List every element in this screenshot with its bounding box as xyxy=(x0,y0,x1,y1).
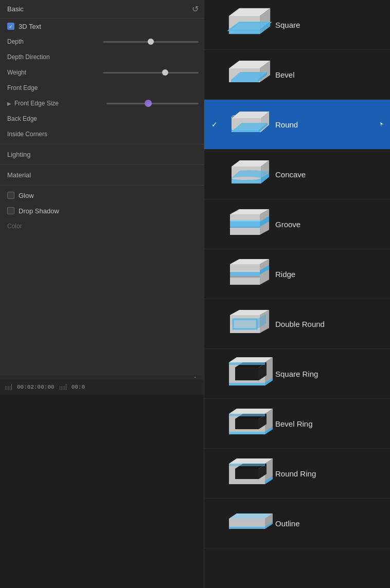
depth-thumb[interactable] xyxy=(148,39,154,45)
color-row: Color xyxy=(0,218,206,234)
inside-corners-label: Inside Corners xyxy=(7,131,199,138)
weight-track xyxy=(103,72,199,74)
double-round-preview-icon xyxy=(224,305,275,343)
outline-preview-icon xyxy=(224,504,275,543)
weight-label: Weight xyxy=(7,69,103,76)
svg-rect-40 xyxy=(233,319,257,329)
svg-marker-53 xyxy=(229,409,273,414)
menu-item-square-ring-label: Square Ring xyxy=(275,370,318,378)
menu-item-ridge[interactable]: Ridge xyxy=(204,249,390,299)
svg-rect-25 xyxy=(230,222,260,227)
divider-3 xyxy=(0,185,206,186)
menu-item-double-round-label: Double Round xyxy=(275,320,325,328)
svg-rect-48 xyxy=(229,383,265,385)
groove-preview-icon xyxy=(224,205,275,244)
bevel-preview-icon xyxy=(224,56,275,94)
tick-marks-right xyxy=(60,384,66,390)
glow-label: Glow xyxy=(19,192,34,199)
round-ring-preview-icon xyxy=(224,454,275,493)
round-preview-icon xyxy=(224,105,275,144)
inside-corners-row: Inside Corners xyxy=(0,126,206,142)
front-edge-label: Front Edge xyxy=(7,84,199,91)
back-edge-label: Back Edge xyxy=(7,115,199,122)
glow-row: Glow xyxy=(0,188,206,203)
cursor-icon xyxy=(379,121,385,127)
menu-item-groove[interactable]: Groove xyxy=(204,199,390,249)
menu-item-outline[interactable]: Outline xyxy=(204,499,390,548)
tick xyxy=(64,386,65,390)
timeline-time-1: 00:02:00:00 xyxy=(17,384,55,390)
menu-item-round[interactable]: ✓ Round xyxy=(204,100,390,150)
menu-item-square[interactable]: Square xyxy=(204,0,390,50)
svg-marker-54 xyxy=(235,419,259,429)
depth-row: Depth xyxy=(0,34,206,49)
weight-thumb[interactable] xyxy=(162,69,168,76)
lighting-section-label: Lighting xyxy=(0,146,206,162)
depth-slider-container xyxy=(103,41,199,43)
glow-checkbox[interactable] xyxy=(7,192,14,199)
ridge-preview-icon xyxy=(224,255,275,293)
resize-handle-icon: ⬝ xyxy=(193,373,197,381)
menu-item-square-label: Square xyxy=(275,21,300,29)
tick-marks-left xyxy=(5,384,12,390)
svg-rect-50 xyxy=(229,362,265,365)
3d-text-checkbox[interactable] xyxy=(7,23,14,30)
tick xyxy=(5,386,6,390)
front-edge-size-row: ▶ Front Edge Size xyxy=(0,96,206,111)
svg-marker-66 xyxy=(229,527,265,529)
bevel-ring-preview-icon xyxy=(224,405,275,443)
menu-item-outline-label: Outline xyxy=(275,519,300,528)
drop-shadow-label: Drop Shadow xyxy=(19,207,59,215)
menu-item-round-label: Round xyxy=(275,120,298,129)
panel-header: Basic ↺ xyxy=(0,0,206,19)
tick xyxy=(63,386,63,390)
menu-item-bevel-ring-label: Bevel Ring xyxy=(275,419,313,428)
svg-rect-28 xyxy=(230,227,260,228)
menu-item-concave[interactable]: Concave xyxy=(204,150,390,199)
tick xyxy=(10,386,10,390)
menu-item-round-ring-label: Round Ring xyxy=(275,469,316,478)
svg-rect-32 xyxy=(230,270,260,272)
material-section-label: Material xyxy=(0,167,206,183)
depth-label: Depth xyxy=(7,38,103,45)
concave-preview-icon xyxy=(224,155,275,194)
front-edge-size-track xyxy=(107,103,199,104)
menu-item-double-round[interactable]: Double Round xyxy=(204,299,390,349)
tick xyxy=(66,384,66,390)
depth-track xyxy=(103,41,199,43)
weight-row: Weight xyxy=(0,65,206,80)
depth-direction-row: Depth Direction xyxy=(0,49,206,65)
back-edge-row: Back Edge xyxy=(0,111,206,126)
menu-item-concave-label: Concave xyxy=(275,170,306,179)
properties-panel: Basic ↺ 3D Text Depth Depth Direction We… xyxy=(0,0,206,375)
square-ring-preview-icon xyxy=(224,355,275,393)
tick xyxy=(60,386,60,390)
weight-slider-container xyxy=(103,72,199,74)
depth-direction-label: Depth Direction xyxy=(7,53,199,61)
square-preview-icon xyxy=(224,6,275,44)
3d-text-label: 3D Text xyxy=(19,23,41,30)
divider-1 xyxy=(0,144,206,144)
drop-shadow-checkbox[interactable] xyxy=(7,207,14,214)
menu-item-bevel[interactable]: Bevel xyxy=(204,50,390,100)
front-edge-size-label: Front Edge Size xyxy=(14,100,107,107)
drop-shadow-row: Drop Shadow xyxy=(0,203,206,218)
3d-text-row: 3D Text xyxy=(0,19,206,34)
svg-marker-45 xyxy=(235,368,259,380)
menu-item-bevel-ring[interactable]: Bevel Ring xyxy=(204,399,390,449)
menu-item-square-ring[interactable]: Square Ring xyxy=(204,349,390,399)
reset-icon[interactable]: ↺ xyxy=(192,4,199,14)
timeline-time-2: 00:0 xyxy=(72,384,85,390)
svg-marker-18 xyxy=(380,122,383,127)
svg-marker-6 xyxy=(229,29,260,34)
panel-title: Basic xyxy=(7,5,24,13)
expand-arrow-icon[interactable]: ▶ xyxy=(7,101,11,106)
menu-item-round-ring[interactable]: Round Ring xyxy=(204,449,390,499)
tick xyxy=(7,386,7,390)
svg-marker-68 xyxy=(229,513,273,519)
svg-rect-27 xyxy=(230,220,260,222)
color-label: Color xyxy=(7,223,199,230)
front-edge-size-thumb[interactable] xyxy=(145,100,152,107)
svg-marker-12 xyxy=(231,80,258,82)
tick xyxy=(61,386,62,390)
